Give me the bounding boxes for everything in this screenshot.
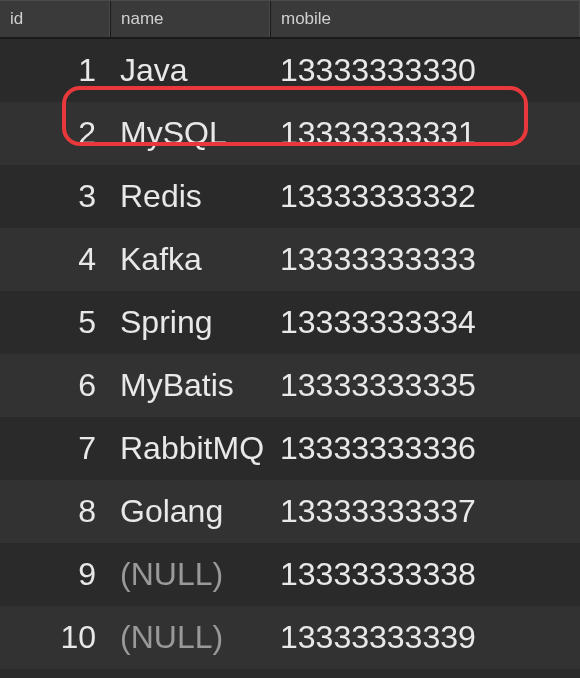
cell-name[interactable]: (NULL) bbox=[110, 543, 270, 606]
cell-mobile[interactable]: 13333333332 bbox=[270, 165, 580, 228]
table-row[interactable]: 10 (NULL) 13333333339 bbox=[0, 606, 580, 669]
cell-id[interactable]: 5 bbox=[0, 291, 110, 354]
data-table: id name mobile 1 Java 13333333330 2 MySQ… bbox=[0, 0, 580, 678]
cell-name[interactable]: Golang bbox=[110, 480, 270, 543]
cell-id[interactable]: 2 bbox=[0, 102, 110, 165]
table-row[interactable]: 6 MyBatis 13333333335 bbox=[0, 354, 580, 417]
cell-id[interactable]: 6 bbox=[0, 354, 110, 417]
cell-name[interactable]: MySQL bbox=[110, 102, 270, 165]
table-row[interactable]: 8 Golang 13333333337 bbox=[0, 480, 580, 543]
column-header-id[interactable]: id bbox=[0, 1, 110, 37]
cell-mobile[interactable]: 13333333333 bbox=[270, 228, 580, 291]
table-row[interactable]: 2 MySQL 13333333331 bbox=[0, 102, 580, 165]
cell-name[interactable]: MyBatis bbox=[110, 354, 270, 417]
cell-id[interactable]: 3 bbox=[0, 165, 110, 228]
table-row[interactable]: 5 Spring 13333333334 bbox=[0, 291, 580, 354]
cell-id[interactable]: 10 bbox=[0, 606, 110, 669]
table-row[interactable]: 1 Java 13333333330 bbox=[0, 39, 580, 102]
cell-id[interactable]: 8 bbox=[0, 480, 110, 543]
cell-mobile[interactable]: 13333333331 bbox=[270, 102, 580, 165]
cell-name[interactable]: RabbitMQ bbox=[110, 417, 270, 480]
cell-name[interactable]: (NULL) bbox=[110, 606, 270, 669]
table-row[interactable]: 4 Kafka 13333333333 bbox=[0, 228, 580, 291]
table-header-row: id name mobile bbox=[0, 0, 580, 39]
cell-name[interactable]: Redis bbox=[110, 165, 270, 228]
table-body: 1 Java 13333333330 2 MySQL 13333333331 3… bbox=[0, 39, 580, 669]
table-row[interactable]: 7 RabbitMQ 13333333336 bbox=[0, 417, 580, 480]
cell-mobile[interactable]: 13333333335 bbox=[270, 354, 580, 417]
cell-id[interactable]: 7 bbox=[0, 417, 110, 480]
cell-mobile[interactable]: 13333333330 bbox=[270, 39, 580, 102]
cell-mobile[interactable]: 13333333338 bbox=[270, 543, 580, 606]
column-header-mobile[interactable]: mobile bbox=[270, 1, 580, 37]
table-row[interactable]: 9 (NULL) 13333333338 bbox=[0, 543, 580, 606]
cell-mobile[interactable]: 13333333336 bbox=[270, 417, 580, 480]
cell-mobile[interactable]: 13333333334 bbox=[270, 291, 580, 354]
table-row[interactable]: 3 Redis 13333333332 bbox=[0, 165, 580, 228]
cell-name[interactable]: Java bbox=[110, 39, 270, 102]
cell-mobile[interactable]: 13333333337 bbox=[270, 480, 580, 543]
cell-id[interactable]: 4 bbox=[0, 228, 110, 291]
cell-id[interactable]: 1 bbox=[0, 39, 110, 102]
cell-name[interactable]: Kafka bbox=[110, 228, 270, 291]
column-header-name[interactable]: name bbox=[110, 1, 270, 37]
cell-id[interactable]: 9 bbox=[0, 543, 110, 606]
cell-name[interactable]: Spring bbox=[110, 291, 270, 354]
cell-mobile[interactable]: 13333333339 bbox=[270, 606, 580, 669]
